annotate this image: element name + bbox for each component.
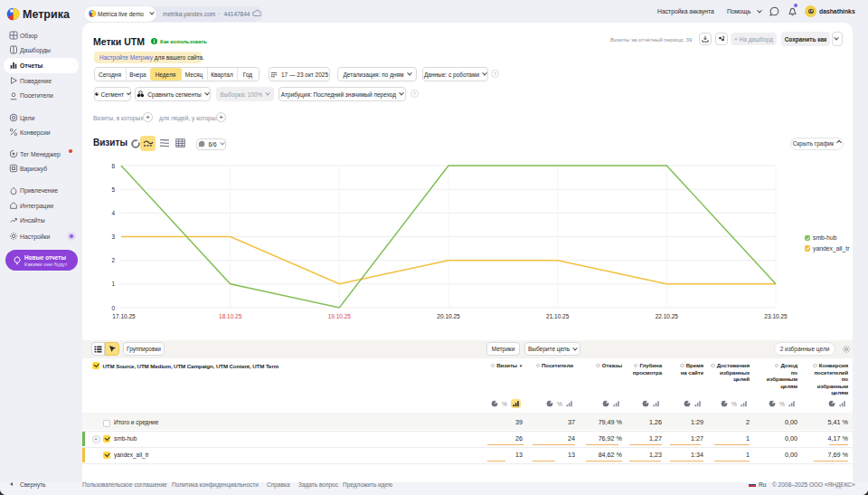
svg-text:5: 5 bbox=[111, 186, 115, 193]
svg-text:6: 6 bbox=[111, 163, 115, 169]
svg-text:19.10.25: 19.10.25 bbox=[328, 313, 352, 319]
svg-text:17.10.25: 17.10.25 bbox=[112, 313, 136, 319]
svg-text:1: 1 bbox=[111, 281, 115, 287]
svg-text:20.10.25: 20.10.25 bbox=[437, 313, 460, 319]
svg-text:21.10.25: 21.10.25 bbox=[546, 313, 570, 319]
svg-text:23.10.25: 23.10.25 bbox=[764, 313, 788, 319]
svg-text:2: 2 bbox=[111, 257, 115, 263]
svg-text:3: 3 bbox=[111, 233, 115, 240]
svg-text:4: 4 bbox=[111, 210, 115, 216]
svg-text:22.10.25: 22.10.25 bbox=[656, 313, 679, 319]
svg-text:18.10.25: 18.10.25 bbox=[219, 313, 242, 319]
svg-text:0: 0 bbox=[111, 305, 115, 311]
